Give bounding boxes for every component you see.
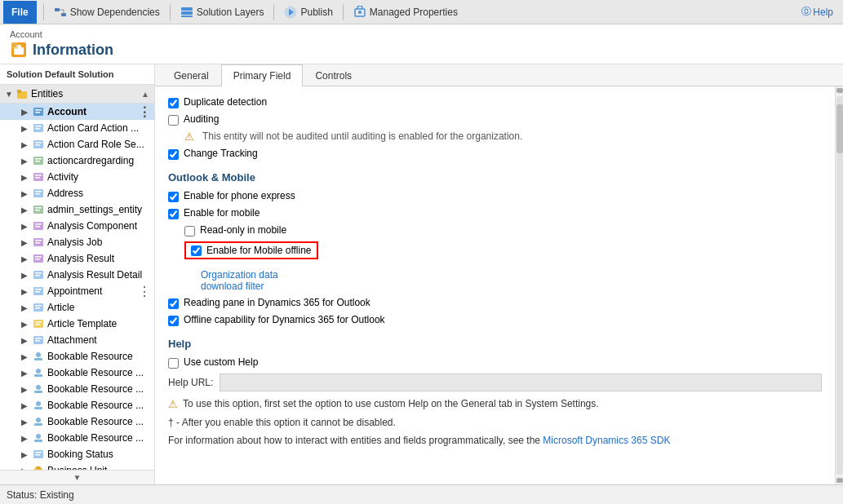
tree-item-article[interactable]: ▶ Article bbox=[0, 299, 154, 316]
managed-properties-icon bbox=[353, 6, 366, 19]
tree-item-action-card-role[interactable]: ▶ Action Card Role Se... bbox=[0, 136, 154, 153]
tree-expand-article-template: ▶ bbox=[20, 319, 29, 329]
tree-expand-booking-status: ▶ bbox=[20, 449, 29, 459]
entities-up-arrow[interactable]: ▲ bbox=[141, 90, 149, 99]
managed-properties-button[interactable]: Managed Properties bbox=[347, 1, 464, 24]
tree-item-actioncardregarding[interactable]: ▶ actioncardregarding bbox=[0, 153, 154, 169]
svg-rect-49 bbox=[35, 275, 40, 276]
scrollbar-up-btn[interactable] bbox=[836, 88, 843, 93]
publish-button[interactable]: Publish bbox=[277, 1, 339, 24]
help-url-row: Help URL: bbox=[168, 374, 822, 391]
tree-item-analysis-component[interactable]: ▶ Analysis Component bbox=[0, 218, 154, 234]
svg-rect-27 bbox=[35, 158, 42, 160]
entities-header[interactable]: ▼ Entities ▲ bbox=[0, 85, 154, 104]
svg-rect-71 bbox=[34, 423, 42, 426]
tree-item-account[interactable]: ▶ Account ⋮ bbox=[0, 104, 154, 120]
sidebar: Solution Default Solution ▼ Entities ▲ ▶ bbox=[0, 64, 155, 484]
tree-expand-bookable-resource-4: ▶ bbox=[20, 400, 29, 410]
tree-item-bookable-resource-6[interactable]: ▶ Bookable Resource ... bbox=[0, 430, 154, 446]
tree-expand-activity: ▶ bbox=[20, 172, 29, 182]
change-tracking-checkbox[interactable] bbox=[168, 149, 179, 160]
scrollbar-track[interactable] bbox=[836, 96, 843, 475]
enable-mobile-offline-checkbox[interactable] bbox=[191, 245, 202, 256]
toolbar-right: ⓪ Help bbox=[795, 3, 840, 20]
use-custom-help-checkbox[interactable] bbox=[168, 358, 179, 369]
tab-general[interactable]: General bbox=[162, 64, 221, 86]
tree-icon-activity bbox=[33, 171, 44, 183]
tree-expand-action-card-action: ▶ bbox=[20, 123, 29, 133]
show-dependencies-label: Show Dependencies bbox=[70, 7, 160, 18]
account-header: Account Information bbox=[0, 24, 843, 64]
tree-label-bookable-resource-1: Bookable Resource bbox=[47, 351, 151, 362]
svg-rect-73 bbox=[34, 440, 42, 442]
offline-capability-checkbox[interactable] bbox=[168, 316, 179, 326]
enable-phone-express-checkbox[interactable] bbox=[168, 192, 179, 202]
show-dependencies-button[interactable]: Show Dependencies bbox=[47, 1, 166, 24]
scrollbar-down-btn[interactable] bbox=[836, 478, 843, 483]
tree-item-article-template[interactable]: ▶ Article Template bbox=[0, 316, 154, 332]
tree-more-icon-appointment[interactable]: ⋮ bbox=[138, 284, 151, 299]
svg-rect-45 bbox=[35, 256, 42, 258]
auditing-label: Auditing bbox=[184, 113, 219, 125]
tree-item-business-unit[interactable]: ▶ Business Unit bbox=[0, 462, 154, 470]
reading-pane-checkbox[interactable] bbox=[168, 298, 179, 309]
panel-scrollbar[interactable] bbox=[835, 86, 843, 484]
sdk-link[interactable]: Microsoft Dynamics 365 SDK bbox=[543, 435, 670, 446]
tree-item-bookable-resource-2[interactable]: ▶ Bookable Resource ... bbox=[0, 365, 154, 381]
tree-item-analysis-result-detail[interactable]: ▶ Analysis Result Detail bbox=[0, 267, 154, 283]
sidebar-down-arrow-icon: ▼ bbox=[73, 473, 82, 482]
tree-item-action-card-action[interactable]: ▶ Action Card Action ... bbox=[0, 120, 154, 136]
svg-rect-54 bbox=[35, 305, 42, 307]
tab-primary-field[interactable]: Primary Field bbox=[221, 64, 304, 86]
show-dependencies-icon bbox=[54, 6, 67, 19]
download-filter-link[interactable]: download filter bbox=[201, 281, 264, 292]
tab-controls[interactable]: Controls bbox=[303, 64, 364, 86]
tree-item-analysis-job[interactable]: ▶ Analysis Job bbox=[0, 234, 154, 250]
tree-item-attachment[interactable]: ▶ Attachment bbox=[0, 332, 154, 348]
svg-point-10 bbox=[358, 11, 362, 14]
tree-icon-analysis-job bbox=[33, 237, 44, 248]
tree-item-bookable-resource-5[interactable]: ▶ Bookable Resource ... bbox=[0, 413, 154, 430]
tree-item-admin-settings[interactable]: ▶ admin_settings_entity bbox=[0, 201, 154, 218]
help-url-input[interactable] bbox=[220, 374, 822, 391]
tree-expand-bookable-resource-6: ▶ bbox=[20, 433, 29, 443]
tree-icon-bookable-resource-2 bbox=[33, 367, 44, 378]
tree-item-bookable-resource-1[interactable]: ▶ Bookable Resource bbox=[0, 348, 154, 365]
svg-rect-63 bbox=[34, 358, 42, 360]
auditing-warning-row: ⚠ This entity will not be audited until … bbox=[184, 130, 822, 143]
tree-item-appointment[interactable]: ▶ Appointment ⋮ bbox=[0, 283, 154, 299]
tree-item-bookable-resource-4[interactable]: ▶ Bookable Resource ... bbox=[0, 397, 154, 413]
tree-item-bookable-resource-3[interactable]: ▶ Bookable Resource ... bbox=[0, 381, 154, 397]
help-button[interactable]: ⓪ Help bbox=[795, 3, 840, 20]
tree-item-activity[interactable]: ▶ Activity bbox=[0, 169, 154, 185]
toolbar: File Show Dependencies Solution Layers P… bbox=[0, 0, 843, 24]
tree-item-address[interactable]: ▶ Address bbox=[0, 185, 154, 201]
tree-item-booking-status[interactable]: ▶ Booking Status bbox=[0, 446, 154, 462]
svg-rect-67 bbox=[34, 391, 42, 393]
enable-mobile-checkbox[interactable] bbox=[168, 209, 179, 219]
tree-label-bookable-resource-2: Bookable Resource ... bbox=[47, 367, 151, 378]
tree-label-analysis-result: Analysis Result bbox=[47, 253, 151, 264]
duplicate-detection-checkbox[interactable] bbox=[168, 98, 179, 108]
duplicate-detection-label: Duplicate detection bbox=[184, 96, 267, 108]
tree-item-analysis-result[interactable]: ▶ Analysis Result bbox=[0, 250, 154, 267]
svg-rect-46 bbox=[35, 259, 40, 260]
tree-label-article: Article bbox=[47, 302, 151, 313]
auditing-checkbox[interactable] bbox=[168, 115, 179, 126]
tree-more-icon[interactable]: ⋮ bbox=[138, 104, 151, 120]
svg-point-70 bbox=[36, 418, 41, 422]
org-data-label: Organization data bbox=[201, 269, 278, 281]
tree-icon-analysis-result bbox=[33, 253, 44, 264]
file-button[interactable]: File bbox=[3, 1, 37, 24]
sidebar-scroll-down[interactable]: ▼ bbox=[0, 470, 154, 484]
tree-icon-bookable-resource-6 bbox=[33, 432, 44, 444]
svg-rect-42 bbox=[35, 240, 42, 241]
svg-rect-58 bbox=[35, 324, 40, 325]
entities-folder-icon bbox=[16, 88, 28, 99]
readonly-mobile-checkbox[interactable] bbox=[184, 226, 195, 237]
tree-label-analysis-job: Analysis Job bbox=[47, 237, 151, 248]
solution-layers-button[interactable]: Solution Layers bbox=[174, 1, 271, 24]
toolbar-separator-2 bbox=[170, 4, 171, 20]
panel-content: Duplicate detection Auditing ⚠ This enti… bbox=[155, 86, 835, 484]
org-data-link[interactable]: Organization data bbox=[201, 269, 278, 281]
